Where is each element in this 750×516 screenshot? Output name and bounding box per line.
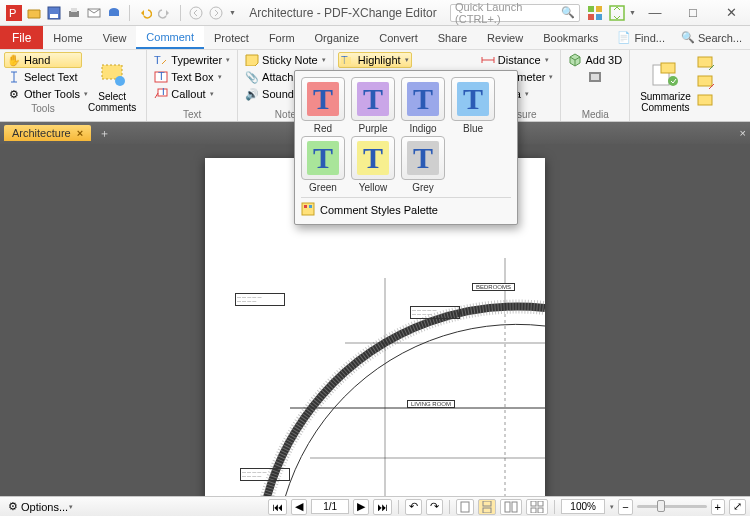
document-tab[interactable]: Architecture × xyxy=(4,125,91,141)
sticky-note-icon xyxy=(245,53,259,67)
layout-single-icon[interactable] xyxy=(456,499,474,515)
close-button[interactable]: ✕ xyxy=(712,1,750,25)
zoom-slider[interactable] xyxy=(637,505,707,508)
comment-styles-palette-button[interactable]: Comment Styles Palette xyxy=(301,197,511,218)
tab-comment[interactable]: Comment xyxy=(136,26,204,49)
svg-rect-54 xyxy=(531,508,536,513)
highlight-swatch-grey[interactable]: TGrey xyxy=(401,136,445,193)
layout-facing-icon[interactable] xyxy=(500,499,522,515)
options-button[interactable]: ⚙ Options...▾ xyxy=(4,499,77,515)
typewriter-button[interactable]: TTypewriter▾ xyxy=(151,52,233,68)
svg-text:T: T xyxy=(154,54,161,66)
distance-icon xyxy=(481,53,495,67)
nav-back-icon[interactable] xyxy=(188,5,204,21)
last-page-button[interactable]: ⏭ xyxy=(373,499,392,515)
svg-text:T: T xyxy=(160,88,167,97)
summarize-icon xyxy=(651,61,679,89)
zoom-input[interactable] xyxy=(561,499,605,514)
palette-icon xyxy=(301,202,315,218)
svg-rect-32 xyxy=(698,57,712,67)
add-3d-button[interactable]: Add 3D xyxy=(565,52,625,68)
maximize-button[interactable]: □ xyxy=(674,1,712,25)
redo-icon[interactable] xyxy=(157,5,173,21)
tab-form[interactable]: Form xyxy=(259,26,305,49)
hand-tool-button[interactable]: ✋Hand xyxy=(4,52,82,68)
svg-rect-11 xyxy=(588,6,594,12)
nav-forward-button[interactable]: ↷ xyxy=(426,499,443,515)
search-icon: 🔍 xyxy=(561,6,575,19)
prev-page-button[interactable]: ◀ xyxy=(291,499,307,515)
search-button[interactable]: 🔍Search... xyxy=(673,26,750,49)
minimize-button[interactable]: — xyxy=(636,1,674,25)
text-box-button[interactable]: TText Box▾ xyxy=(151,69,233,85)
svg-rect-13 xyxy=(588,14,594,20)
callout-icon: T xyxy=(154,87,168,101)
sticky-note-button[interactable]: Sticky Note▾ xyxy=(242,52,329,68)
tab-share[interactable]: Share xyxy=(428,26,477,49)
next-page-button[interactable]: ▶ xyxy=(353,499,369,515)
file-tab[interactable]: File xyxy=(0,26,43,49)
arrange-icon[interactable] xyxy=(606,3,628,23)
first-page-button[interactable]: ⏮ xyxy=(268,499,287,515)
tab-convert[interactable]: Convert xyxy=(369,26,428,49)
save-icon[interactable] xyxy=(46,5,62,21)
hand-icon: ✋ xyxy=(7,53,21,67)
svg-rect-44 xyxy=(302,203,314,215)
status-bar: ⚙ Options...▾ ⏮ ◀ ▶ ⏭ ↶ ↷ ▾ − + ⤢ xyxy=(0,496,750,516)
select-comments-button[interactable]: Select Comments xyxy=(82,52,142,121)
svg-rect-14 xyxy=(596,14,602,20)
tab-view[interactable]: View xyxy=(93,26,137,49)
find-button[interactable]: 📄Find... xyxy=(609,26,673,49)
highlight-swatch-indigo[interactable]: TIndigo xyxy=(401,77,445,134)
svg-rect-15 xyxy=(610,6,624,20)
new-tab-button[interactable]: ＋ xyxy=(95,124,113,142)
comment-action2-icon[interactable] xyxy=(697,75,715,91)
text-cursor-icon xyxy=(7,70,21,84)
qat-dropdown-icon[interactable]: ▼ xyxy=(229,9,236,16)
find-icon: 📄 xyxy=(617,31,631,45)
scan-icon[interactable] xyxy=(106,5,122,21)
ui-options-icon[interactable] xyxy=(584,3,606,23)
distance-button[interactable]: Distance▾ xyxy=(478,52,557,68)
tab-organize[interactable]: Organize xyxy=(305,26,370,49)
summarize-comments-button[interactable]: Summarize Comments xyxy=(634,52,697,121)
layout-facing-cont-icon[interactable] xyxy=(526,499,548,515)
other-tools-button[interactable]: ⚙Other Tools▾ xyxy=(4,86,82,102)
comment-action3-icon[interactable] xyxy=(697,94,715,110)
layout-continuous-icon[interactable] xyxy=(478,499,496,515)
select-text-button[interactable]: Select Text xyxy=(4,69,82,85)
svg-rect-49 xyxy=(483,508,491,513)
email-icon[interactable] xyxy=(86,5,102,21)
svg-rect-3 xyxy=(50,14,58,18)
svg-rect-55 xyxy=(538,508,543,513)
svg-text:T: T xyxy=(158,71,165,82)
print-icon[interactable] xyxy=(66,5,82,21)
nav-back-button[interactable]: ↶ xyxy=(405,499,422,515)
quick-launch-input[interactable]: Quick Launch (CTRL+.) 🔍 xyxy=(450,4,580,22)
comment-action1-icon[interactable] xyxy=(697,56,715,72)
undo-icon[interactable] xyxy=(137,5,153,21)
close-all-tabs-icon[interactable]: × xyxy=(740,127,746,139)
app-icon: P xyxy=(6,5,22,21)
tab-bookmarks[interactable]: Bookmarks xyxy=(533,26,608,49)
highlight-swatch-purple[interactable]: TPurple xyxy=(351,77,395,134)
page-input[interactable] xyxy=(311,499,349,514)
highlight-swatch-yellow[interactable]: TYellow xyxy=(351,136,395,193)
tab-home[interactable]: Home xyxy=(43,26,92,49)
media-extra-icon[interactable] xyxy=(585,69,605,85)
tab-protect[interactable]: Protect xyxy=(204,26,259,49)
svg-rect-48 xyxy=(483,501,491,506)
close-tab-icon[interactable]: × xyxy=(77,127,83,139)
zoom-out-button[interactable]: − xyxy=(618,499,632,515)
open-icon[interactable] xyxy=(26,5,42,21)
zoom-in-button[interactable]: + xyxy=(711,499,725,515)
highlight-swatch-blue[interactable]: TBlue xyxy=(451,77,495,134)
fit-page-button[interactable]: ⤢ xyxy=(729,499,746,515)
nav-forward-icon[interactable] xyxy=(208,5,224,21)
highlight-swatch-red[interactable]: TRed xyxy=(301,77,345,134)
callout-button[interactable]: TCallout▾ xyxy=(151,86,233,102)
speaker-icon: 🔊 xyxy=(245,87,259,101)
highlight-button[interactable]: THighlight▾ xyxy=(338,52,412,68)
tab-review[interactable]: Review xyxy=(477,26,533,49)
highlight-swatch-green[interactable]: TGreen xyxy=(301,136,345,193)
